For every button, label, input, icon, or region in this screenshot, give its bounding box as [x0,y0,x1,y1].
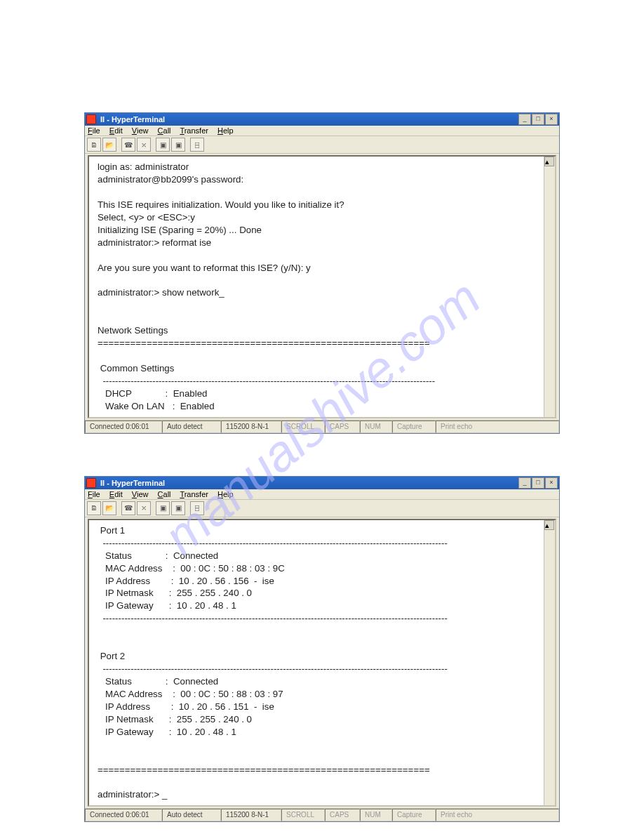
terminal-output[interactable]: Port 1 ---------------------------------… [89,520,555,806]
app-icon [86,478,96,488]
toolbar: 🗎 📂 ☎ ⤫ ▣ ▣ ⌸ [85,500,559,517]
properties-icon[interactable]: ⌸ [190,501,204,515]
menu-view[interactable]: View [132,490,149,498]
menu-call[interactable]: Call [158,126,171,135]
menu-call[interactable]: Call [158,490,171,498]
minimize-button[interactable]: _ [518,477,531,489]
hyperterminal-window-2: II - HyperTerminal _ □ × File Edit View … [84,476,560,823]
status-cfg: 115200 8-N-1 [221,809,281,821]
receive-icon[interactable]: ▣ [171,501,185,515]
status-caps: CAPS [325,809,360,821]
status-num: NUM [360,421,392,433]
connect-icon[interactable]: ☎ [121,501,135,515]
scrollbar[interactable]: ▴ [544,157,555,417]
status-auto: Auto detect [162,809,221,821]
properties-icon[interactable]: ⌸ [190,138,204,152]
terminal-area: Port 1 ---------------------------------… [88,519,556,807]
menu-view[interactable]: View [132,126,149,135]
statusbar: Connected 0:06:01 Auto detect 115200 8-N… [85,808,559,821]
status-caps: CAPS [325,421,360,433]
status-capture: Capture [392,809,436,821]
receive-icon[interactable]: ▣ [171,138,185,152]
open-icon[interactable]: 📂 [102,501,116,515]
status-print: Print echo [436,421,559,433]
titlebar[interactable]: II - HyperTerminal _ □ × [85,477,559,489]
terminal-output[interactable]: login as: administrator administrator@bb… [89,157,555,417]
terminal-area: login as: administrator administrator@bb… [88,155,556,418]
hyperterminal-window-1: II - HyperTerminal _ □ × File Edit View … [84,112,560,434]
status-print: Print echo [436,809,559,821]
new-icon[interactable]: 🗎 [87,501,101,515]
menu-edit[interactable]: Edit [109,490,123,498]
maximize-button[interactable]: □ [532,477,544,489]
maximize-button[interactable]: □ [532,114,544,125]
menubar: File Edit View Call Transfer Help [85,489,559,500]
send-icon[interactable]: ▣ [156,501,170,515]
status-scroll: SCROLL [281,421,325,433]
close-button[interactable]: × [545,477,558,489]
status-scroll: SCROLL [281,809,325,821]
status-num: NUM [360,809,392,821]
disconnect-icon[interactable]: ⤫ [137,501,151,515]
scroll-up-icon[interactable]: ▴ [544,520,554,530]
status-connected: Connected 0:06:01 [85,809,162,821]
connect-icon[interactable]: ☎ [121,138,135,152]
status-cfg: 115200 8-N-1 [221,421,281,433]
menu-file[interactable]: File [88,126,100,135]
status-connected: Connected 0:06:01 [85,421,162,433]
menubar: File Edit View Call Transfer Help [85,126,559,136]
scroll-up-icon[interactable]: ▴ [544,157,554,166]
status-auto: Auto detect [162,421,221,433]
statusbar: Connected 0:06:01 Auto detect 115200 8-N… [85,420,559,433]
app-icon [86,114,96,124]
menu-file[interactable]: File [88,490,100,498]
toolbar: 🗎 📂 ☎ ⤫ ▣ ▣ ⌸ [85,136,559,154]
disconnect-icon[interactable]: ⤫ [137,138,151,152]
scrollbar[interactable]: ▴ [544,520,555,806]
status-capture: Capture [392,421,436,433]
close-button[interactable]: × [545,114,558,125]
window-title: II - HyperTerminal [99,115,518,124]
open-icon[interactable]: 📂 [102,138,116,152]
menu-transfer[interactable]: Transfer [180,490,208,498]
menu-help[interactable]: Help [217,490,234,498]
menu-edit[interactable]: Edit [109,126,123,135]
window-title: II - HyperTerminal [99,479,518,487]
new-icon[interactable]: 🗎 [87,138,101,152]
minimize-button[interactable]: _ [518,114,531,125]
menu-help[interactable]: Help [217,126,234,135]
menu-transfer[interactable]: Transfer [180,126,208,135]
titlebar[interactable]: II - HyperTerminal _ □ × [85,113,559,126]
send-icon[interactable]: ▣ [156,138,170,152]
